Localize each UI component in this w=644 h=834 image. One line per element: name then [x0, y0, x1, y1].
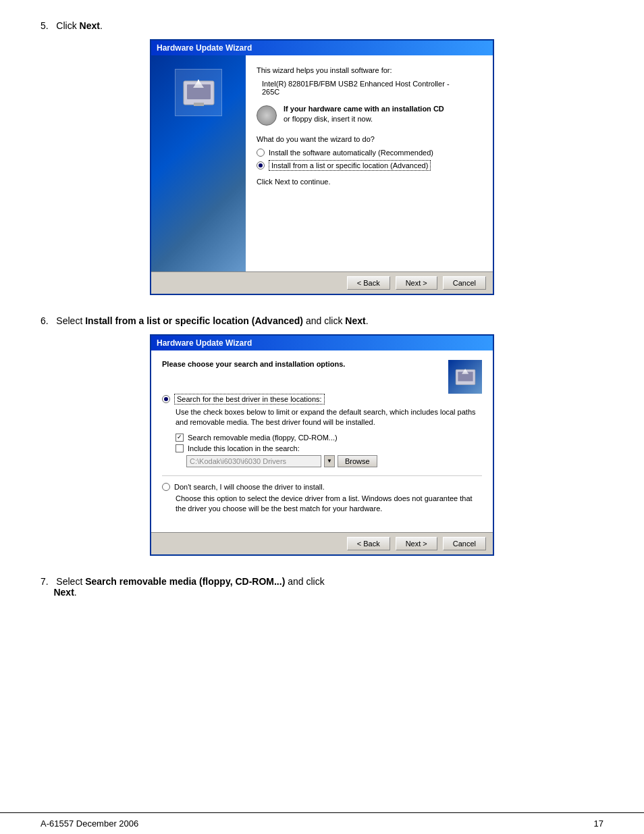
- wizard2-dont-search-section: Don't search, I will choose the driver t…: [162, 483, 482, 515]
- wizard2-titlebar: Hardware Update Wizard: [151, 336, 493, 350]
- wizard2-header-text: Please choose your search and installati…: [162, 360, 448, 368]
- wizard2-checkbox2-row[interactable]: Include this location in the search:: [176, 444, 482, 452]
- step-7-block: 7. Select Search removable media (floppy…: [41, 576, 603, 598]
- footer-left-text: A-61557 December 2006: [41, 818, 138, 829]
- wizard1-intro: This wizard helps you install software f…: [257, 66, 482, 74]
- cd-disk-icon: [257, 105, 277, 126]
- wizard1-footer: < Back Next > Cancel: [151, 271, 493, 294]
- wizard1-option1-label: Install the software automatically (Reco…: [269, 149, 433, 157]
- step6-text-middle: and click: [303, 315, 345, 326]
- browse-button[interactable]: Browse: [338, 455, 377, 467]
- step6-text-after: .: [366, 315, 369, 326]
- step6-bold2: Next: [345, 315, 365, 326]
- page-footer: A-61557 December 2006 17: [0, 812, 644, 834]
- wizard1-body: This wizard helps you install software f…: [151, 55, 493, 271]
- wizard1-option2-label: Install from a list or specific location…: [269, 160, 431, 171]
- step-7-label: 7. Select Search removable media (floppy…: [41, 576, 603, 598]
- checkbox-removable-media[interactable]: [176, 434, 184, 442]
- wizard2-check1-label: Search removable media (floppy, CD-ROM..…: [188, 434, 338, 442]
- step5-text-after: .: [100, 20, 103, 31]
- step6-text-before: Select: [56, 315, 85, 326]
- path-dropdown-arrow[interactable]: ▼: [324, 455, 335, 467]
- wizard1-back-button[interactable]: < Back: [347, 276, 390, 290]
- wizard1-cd-section: If your hardware came with an installati…: [257, 104, 482, 126]
- wizard2-search-section: Search for the best driver in these loca…: [162, 394, 482, 467]
- step5-next-bold: Next: [80, 20, 100, 31]
- wizard2-radio-dont-search[interactable]: Don't search, I will choose the driver t…: [162, 483, 482, 491]
- wizard2-search-hint: Use the check boxes below to limit or ex…: [176, 407, 482, 428]
- wizard1-right-panel: This wizard helps you install software f…: [246, 55, 493, 271]
- wizard1-titlebar: Hardware Update Wizard: [151, 41, 493, 55]
- radio-dont-search[interactable]: [162, 483, 170, 491]
- wizard2-corner-icon: [448, 360, 482, 394]
- wizard2-checkbox1-row[interactable]: Search removable media (floppy, CD-ROM..…: [176, 434, 482, 442]
- svg-rect-3: [194, 103, 204, 106]
- wizard1-radio-option1[interactable]: Install the software automatically (Reco…: [257, 149, 482, 157]
- step-5-block: 5. Click Next. Hardware Update Wizard: [41, 20, 603, 295]
- wizard2-radio-search[interactable]: Search for the best driver in these loca…: [162, 394, 482, 405]
- step6-bold: Install from a list or specific location…: [85, 315, 303, 326]
- wizard2-search-label: Search for the best driver in these loca…: [174, 394, 325, 405]
- step5-text-before: Click: [56, 20, 79, 31]
- step-6-label: 6. Select Install from a list or specifi…: [41, 315, 603, 326]
- checkbox-include-location[interactable]: [176, 444, 184, 452]
- radio-list-install[interactable]: [257, 161, 265, 170]
- wizard2-footer: < Back Next > Cancel: [151, 532, 493, 554]
- step6-number: 6.: [41, 315, 49, 326]
- wizard2-dont-search-label: Don't search, I will choose the driver t…: [174, 483, 325, 491]
- wizard2-check2-label: Include this location in the search:: [188, 444, 300, 452]
- step7-text-before: Select: [56, 576, 85, 587]
- wizard2-cancel-button[interactable]: Cancel: [443, 537, 486, 550]
- wizard1-radio-option2[interactable]: Install from a list or specific location…: [257, 160, 482, 171]
- wizard1-cancel-button[interactable]: Cancel: [443, 276, 486, 290]
- footer-page-number: 17: [594, 818, 603, 829]
- wizard2-path-row: ▼ Browse: [186, 455, 482, 467]
- wizard1-next-button[interactable]: Next >: [396, 276, 437, 290]
- wizard1-continue-text: Click Next to continue.: [257, 178, 482, 186]
- step7-bold2: Next: [53, 587, 74, 598]
- radio-auto-install[interactable]: [257, 149, 265, 157]
- hardware-icon-small: [454, 365, 477, 389]
- radio-search-locations[interactable]: [162, 395, 170, 403]
- step-5-label: 5. Click Next.: [41, 20, 603, 31]
- wizard1-cd-text: If your hardware came with an installati…: [284, 104, 444, 125]
- hardware-wizard-icon: [180, 74, 217, 111]
- wizard1-device-name: Intel(R) 82801FB/FBM USB2 Enhanced Host …: [262, 80, 482, 96]
- wizard1-icon-box: [175, 69, 222, 116]
- wizard1-left-panel: [151, 55, 246, 271]
- wizard1-title: Hardware Update Wizard: [157, 43, 252, 53]
- step-number: 5.: [41, 20, 49, 31]
- step7-text-after: .: [74, 587, 77, 598]
- separator: [162, 475, 482, 476]
- step-6-block: 6. Select Install from a list or specifi…: [41, 315, 603, 556]
- wizard2-header-row: Please choose your search and installati…: [162, 360, 482, 394]
- path-input-field[interactable]: [186, 455, 321, 467]
- step7-number: 7.: [41, 576, 49, 587]
- wizard1-dialog: Hardware Update Wizard: [150, 39, 494, 295]
- wizard2-next-button[interactable]: Next >: [396, 537, 437, 550]
- wizard2-body: Please choose your search and installati…: [151, 350, 493, 532]
- wizard2-dialog: Hardware Update Wizard Please choose you…: [150, 334, 494, 556]
- wizard2-title: Hardware Update Wizard: [157, 338, 252, 348]
- wizard2-back-button[interactable]: < Back: [347, 537, 390, 550]
- wizard2-dont-search-hint: Choose this option to select the device …: [176, 494, 482, 515]
- step7-bold: Search removable media (floppy, CD-ROM..…: [85, 576, 285, 587]
- wizard1-question: What do you want the wizard to do?: [257, 135, 482, 143]
